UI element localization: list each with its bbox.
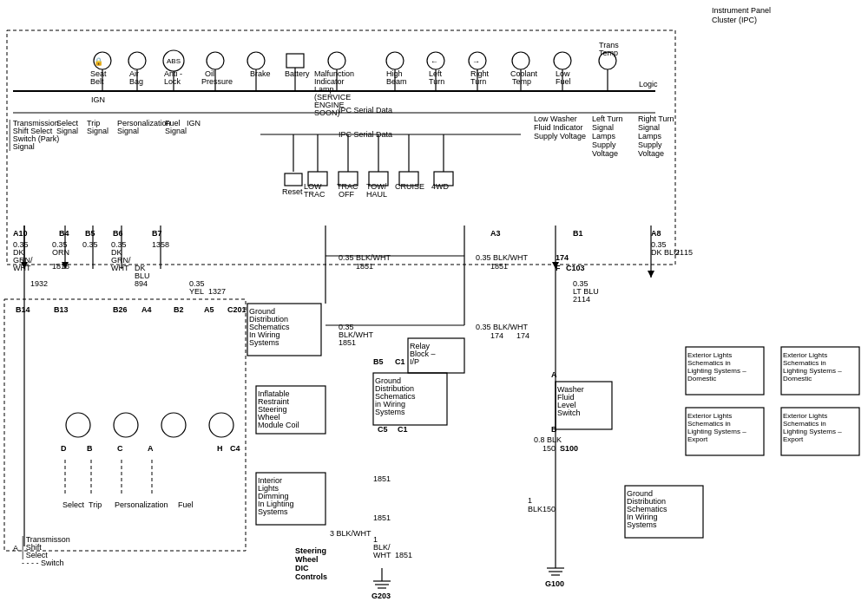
connector-b2: B2 bbox=[174, 305, 184, 314]
abs-text: ABS bbox=[167, 57, 181, 65]
wire-b7-1358: 1358 bbox=[152, 240, 169, 249]
g100-label: G100 bbox=[545, 579, 564, 588]
ext-lights2-l1: Exterior Lights bbox=[783, 351, 827, 359]
ext-lights4-l3: Lighting Systems – bbox=[783, 428, 842, 435]
wire-1851-1: 1851 bbox=[356, 262, 373, 271]
ground-dist3-label5: Systems bbox=[627, 520, 657, 529]
leftturn-supply-label4: Supply bbox=[592, 141, 616, 149]
ext-lights4-l2: Schematics in bbox=[783, 420, 826, 428]
seatbelt-icon: 🔒 bbox=[94, 56, 104, 67]
ext-lights2-l2: Schematics in bbox=[783, 359, 826, 367]
wire-1851-2: 1851 bbox=[339, 338, 356, 347]
highbeam-symbol bbox=[386, 52, 404, 69]
ext-lights1-l3: Lighting Systems – bbox=[687, 367, 746, 375]
leftturn-supply-label3: Lamps bbox=[592, 132, 616, 141]
washer-fluid-label4: Switch bbox=[557, 409, 581, 417]
connector-b14: B14 bbox=[16, 305, 30, 314]
sw-point-h: H bbox=[217, 444, 223, 453]
coolant-label2: Temp bbox=[512, 77, 531, 86]
steering-wheel-label3: DIC bbox=[295, 564, 309, 572]
reset-label: Reset bbox=[282, 187, 303, 196]
sw-point-c4: C4 bbox=[230, 444, 240, 453]
wire-wht: WHT bbox=[13, 264, 31, 272]
reset-box bbox=[285, 173, 302, 186]
highbeam-label2: Beam bbox=[386, 77, 407, 86]
wire-1932: 1932 bbox=[30, 279, 48, 288]
brake-symbol bbox=[247, 52, 265, 69]
ext-lights2-l3: Lighting Systems – bbox=[783, 367, 842, 375]
switch-circle1 bbox=[66, 413, 90, 437]
interior-l5: Systems bbox=[258, 507, 288, 516]
wire-174-top: 174 bbox=[556, 253, 569, 262]
wire-150-s100-1: 150 bbox=[542, 444, 556, 453]
wire-b6-wht: WHT bbox=[111, 264, 129, 272]
wiring-diagram: Instrument Panel Cluster (IPC) 🔒 Seat Be… bbox=[0, 0, 868, 608]
ext-lights4-l1: Exterior Lights bbox=[783, 412, 827, 420]
wire-1blk: 1 bbox=[528, 496, 532, 505]
rightturn-supply-label2: Signal bbox=[638, 123, 660, 132]
leftturn-supply-label1: Left Turn bbox=[592, 114, 623, 123]
connector-b5: B5 bbox=[85, 229, 95, 238]
connector-c103: C103 bbox=[566, 264, 585, 272]
ign-label2: IGN bbox=[187, 119, 201, 127]
steering-wheel-label4: Controls bbox=[295, 572, 327, 581]
ext-lights4-l4: Export bbox=[783, 435, 804, 443]
wire-150-lower: 150 bbox=[542, 505, 556, 513]
sw-trip-label: Trip bbox=[89, 500, 102, 509]
washer-b-label: B bbox=[551, 425, 557, 434]
airbag-label2: Bag bbox=[129, 77, 143, 86]
wire-1851-b4: 1851 bbox=[395, 551, 412, 559]
rightturn-supply-label4: Supply bbox=[638, 141, 662, 149]
wire-blk-150: BLK bbox=[528, 505, 542, 513]
lowfuel-label2: Fuel bbox=[556, 77, 571, 86]
wire-2115: 2115 bbox=[675, 248, 693, 257]
connector-b4: B4 bbox=[59, 229, 69, 238]
ext-lights1-l2: Schematics in bbox=[687, 359, 731, 367]
wire-3blkwht: 3 BLK/WHT bbox=[330, 529, 372, 538]
ext-lights3-l4: Export bbox=[687, 435, 708, 443]
connector-b5-lower: B5 bbox=[373, 357, 384, 366]
wire-blkwht-right: 0.35 BLK/WHT bbox=[476, 253, 529, 262]
shift-select-label4: | Signal bbox=[9, 142, 35, 151]
title-line2: Cluster (IPC) bbox=[712, 16, 757, 24]
leftturn-supply-label5: Voltage bbox=[592, 149, 618, 158]
abs-label2: Lock bbox=[164, 77, 181, 86]
4wd-label: 4WD bbox=[431, 182, 450, 191]
battery-symbol bbox=[286, 54, 304, 68]
wire-blkwht-174: 0.35 BLK/WHT bbox=[476, 323, 529, 331]
wire-174-1: 174 bbox=[490, 331, 503, 340]
sw-point-c: C bbox=[117, 444, 123, 453]
steering-wheel-label1: Steering bbox=[295, 546, 326, 555]
g203-label: G203 bbox=[372, 592, 391, 600]
wire-blkwht-1: 0.35 BLK/WHT bbox=[339, 253, 391, 262]
wire-2114: 2114 bbox=[573, 295, 590, 304]
connector-c201: C201 bbox=[227, 305, 247, 314]
ign-label1: IGN bbox=[91, 95, 105, 104]
arrow-b1 bbox=[648, 271, 654, 278]
tracoff-label2: OFF bbox=[339, 190, 354, 199]
connector-c1-upper: C1 bbox=[395, 357, 405, 366]
transtemp-label2: Temp bbox=[599, 49, 618, 57]
low-washer-label2: Fluid Indicator bbox=[534, 123, 583, 132]
fuel-signal-label2: Signal bbox=[165, 127, 187, 135]
leftturn-arrow: ← bbox=[431, 57, 438, 66]
trip-signal-label2: Signal bbox=[87, 127, 108, 135]
wire-b6-894: 894 bbox=[135, 279, 148, 288]
wire-1327: 1327 bbox=[208, 287, 226, 296]
wire-wht-2: WHT bbox=[373, 551, 391, 559]
title-line1: Instrument Panel bbox=[712, 6, 771, 15]
ext-lights1-l1: Exterior Lights bbox=[687, 351, 732, 359]
connector-s100: S100 bbox=[560, 444, 578, 453]
cruise-label: CRUISE bbox=[395, 182, 424, 191]
lowtrac-label2: TRAC bbox=[304, 190, 326, 199]
sw-fuel-label: Fuel bbox=[178, 500, 194, 509]
personalization-label2: Signal bbox=[117, 127, 139, 135]
rightturn-supply-label5: Voltage bbox=[638, 149, 664, 158]
steering-wheel-label2: Wheel bbox=[295, 555, 319, 564]
connector-a3: A3 bbox=[490, 229, 501, 238]
wire-08blk: 0.8 BLK bbox=[534, 435, 562, 444]
towhaul-label2: HAUL bbox=[366, 190, 387, 199]
wire-yel: YEL bbox=[189, 287, 204, 296]
ground-dist2-label5: Systems bbox=[375, 408, 405, 416]
select-signal-label2: Signal bbox=[56, 127, 78, 135]
